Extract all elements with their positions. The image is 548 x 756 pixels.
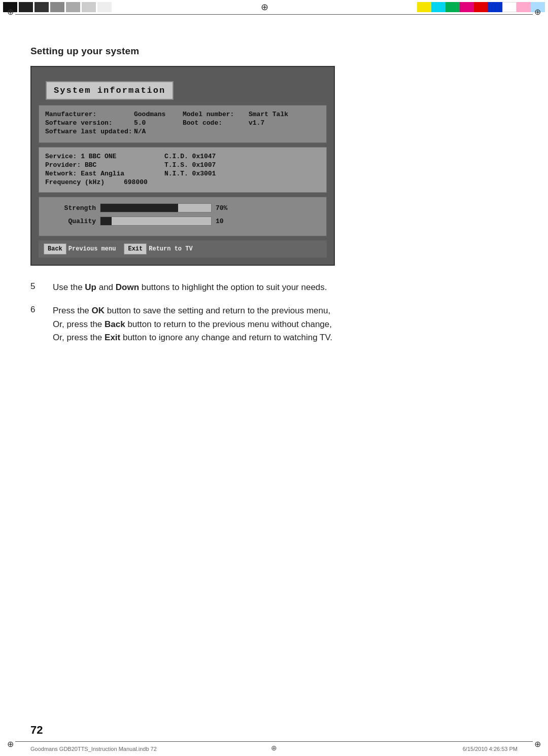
swatch-black3 — [35, 2, 49, 12]
swatch-cyan — [431, 2, 446, 12]
reg-mark-bottom-right: ⊕ — [534, 739, 541, 749]
strength-percent: 70% — [216, 204, 236, 212]
step-6-text: Press the OK button to save the setting … — [53, 304, 332, 344]
quality-bar-fill — [100, 217, 112, 225]
frequency-line: Frequency (kHz) 698000 — [45, 178, 164, 186]
strength-bar-fill — [100, 204, 178, 212]
swatch-blue — [488, 2, 502, 12]
swatch-white — [97, 2, 112, 12]
cid-line: C.I.D. 0x1047 — [164, 153, 320, 160]
service-label: Service: 1 BBC ONE — [45, 153, 116, 160]
exit-button[interactable]: Exit — [124, 243, 147, 255]
model-value: Smart Talk — [249, 111, 288, 118]
back-button[interactable]: Back — [44, 243, 66, 255]
reg-mark-bottom-left: ⊕ — [7, 739, 14, 749]
tv-screen: System information Manufacturer: Goodman… — [30, 66, 335, 266]
quality-bar-container — [100, 217, 212, 226]
boot-code-label: Boot code: — [183, 119, 249, 127]
right-swatches — [414, 0, 548, 14]
signal-panel: Strength 70% Quality 10 — [39, 197, 327, 236]
network-label: Network: East Anglia — [45, 170, 124, 177]
reg-mark-top-right: ⊕ — [534, 7, 541, 17]
main-content: Setting up your system System informatio… — [30, 30, 518, 726]
manufacturer-label: Manufacturer: — [45, 111, 134, 118]
software-version-line: Software version: 5.0 — [45, 119, 183, 127]
manufacturer-row: Manufacturer: Goodmans Software version:… — [45, 111, 320, 136]
crosshair-icon: ⊕ — [261, 2, 268, 13]
strength-label: Strength — [45, 204, 96, 212]
strength-bar-container — [100, 203, 212, 212]
instruction-step-6: 6 Press the OK button to save the settin… — [30, 304, 518, 344]
manufacturer-line: Manufacturer: Goodmans — [45, 111, 183, 118]
swatch-white2 — [502, 2, 517, 12]
boot-code-line: Boot code: v1.7 — [183, 119, 320, 127]
service-right-col: C.I.D. 0x1047 T.I.S. 0x1007 N.I.T. 0x300… — [164, 153, 320, 187]
info-panel-1: Manufacturer: Goodmans Software version:… — [39, 105, 327, 143]
frequency-label: Frequency (kHz) — [45, 178, 124, 186]
provider-label: Provider: BBC — [45, 161, 96, 169]
service-line: Service: 1 BBC ONE — [45, 153, 164, 160]
step-5-number: 5 — [30, 281, 53, 292]
border-top — [15, 14, 533, 15]
footer-crosshair: ⊕ — [271, 744, 277, 752]
footer-text-left: Goodmans GDB20TTS_Instruction Manual.ind… — [30, 746, 157, 752]
swatch-yellow — [417, 2, 431, 12]
swatch-gray3 — [82, 2, 96, 12]
software-updated-label: Software last updated: — [45, 128, 134, 135]
provider-line: Provider: BBC — [45, 161, 164, 169]
cid-label: C.I.D. 0x1047 — [164, 153, 216, 160]
step-6-number: 6 — [30, 304, 53, 315]
border-bottom — [15, 741, 533, 742]
software-version-label: Software version: — [45, 119, 134, 127]
reg-mark-top-left: ⊕ — [7, 7, 14, 17]
swatch-gray1 — [50, 2, 64, 12]
step-5-text: Use the Up and Down buttons to highlight… — [53, 281, 327, 294]
sysinfo-header: System information — [46, 81, 174, 100]
quality-value-text: 10 — [216, 218, 236, 225]
nav-bar: Back Previous menu Exit Return to TV — [39, 240, 327, 258]
swatch-green — [446, 2, 460, 12]
quality-row: Quality 10 — [45, 217, 320, 226]
model-label: Model number: — [183, 111, 249, 118]
left-col-1: Manufacturer: Goodmans Software version:… — [45, 111, 183, 136]
swatch-gray2 — [66, 2, 80, 12]
swatch-red — [474, 2, 488, 12]
service-left-col: Service: 1 BBC ONE Provider: BBC Network… — [45, 153, 164, 187]
sysinfo-title: System information — [54, 86, 165, 95]
software-updated-value: N/A — [134, 128, 175, 135]
back-menu-text: Previous menu — [68, 245, 116, 253]
boot-code-value: v1.7 — [249, 119, 264, 127]
software-updated-line: Software last updated: N/A — [45, 128, 183, 135]
left-swatches — [0, 0, 115, 14]
top-center-crosshair: ⊕ — [115, 0, 414, 14]
sysinfo-header-wrapper: System information — [39, 74, 327, 100]
strength-row: Strength 70% — [45, 203, 320, 212]
tis-label: T.I.S. 0x1007 — [164, 161, 216, 169]
right-col-1: Model number: Smart Talk Boot code: v1.7 — [183, 111, 320, 136]
top-color-bar: ⊕ — [0, 0, 548, 14]
page-number: 72 — [30, 724, 43, 737]
exit-menu-text: Return to TV — [149, 245, 192, 253]
info-panel-2: Service: 1 BBC ONE Provider: BBC Network… — [39, 147, 327, 193]
nit-label: N.I.T. 0x3001 — [164, 170, 216, 177]
nit-line: N.I.T. 0x3001 — [164, 170, 320, 177]
swatch-pink — [517, 2, 531, 12]
footer-text-right: 6/15/2010 4:26:53 PM — [463, 746, 518, 752]
section-heading: Setting up your system — [30, 46, 518, 57]
quality-label: Quality — [45, 218, 96, 225]
software-version-value: 5.0 — [134, 119, 175, 127]
model-line: Model number: Smart Talk — [183, 111, 320, 118]
swatch-black2 — [19, 2, 33, 12]
instruction-step-5: 5 Use the Up and Down buttons to highlig… — [30, 281, 518, 294]
frequency-value: 698000 — [124, 178, 164, 186]
manufacturer-value: Goodmans — [134, 111, 175, 118]
network-line: Network: East Anglia — [45, 170, 164, 177]
swatch-magenta — [460, 2, 474, 12]
tis-line: T.I.S. 0x1007 — [164, 161, 320, 169]
service-cols: Service: 1 BBC ONE Provider: BBC Network… — [45, 153, 320, 187]
